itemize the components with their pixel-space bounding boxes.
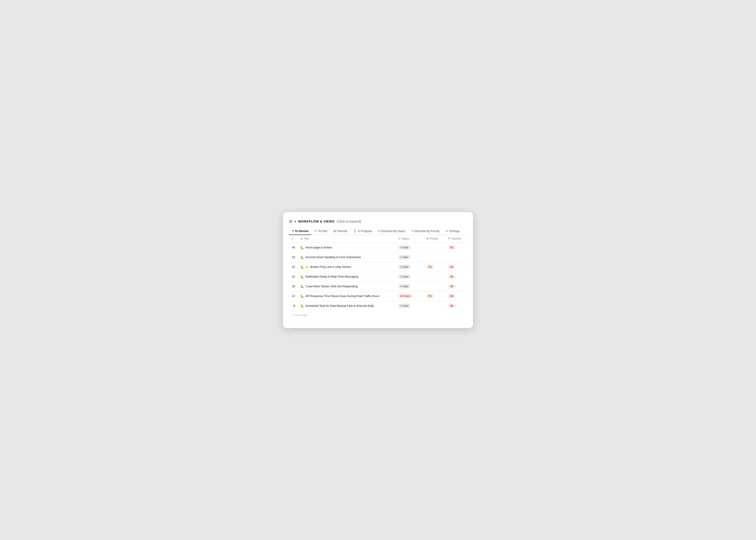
bug-icon: 🐛 <box>300 265 304 269</box>
bug-icon: 🐛 <box>300 275 304 278</box>
tab-planned[interactable]: ⊞ Planned <box>330 228 350 235</box>
status-dot <box>401 266 402 268</box>
status-badge-text: New <box>403 285 408 288</box>
row-severity: S1 <box>445 243 467 252</box>
severity-badge: S1 <box>448 245 455 250</box>
tab-overview-status-label: Overview By Status <box>381 229 405 233</box>
severity-badge: S2 <box>448 294 455 298</box>
row-severity: S2 <box>445 291 467 301</box>
row-severity <box>445 252 467 262</box>
table-row[interactable]: 21🐛Notification Delay in Real-Time Messa… <box>289 272 467 281</box>
row-priority <box>424 281 445 291</box>
tab-all-bugs-label: All Bugs <box>449 229 460 233</box>
status-badge-text: New <box>403 304 408 307</box>
tab-planned-icon: ⊞ <box>333 229 336 233</box>
bug-icon: 🐛 <box>300 294 304 298</box>
expand-arrow-icon: ▾ <box>295 220 296 223</box>
tab-in-progress-label: In Progress <box>358 229 372 233</box>
main-card: ⇄ ▾ WORKFLOW & VIEWS (Click to expand) ?… <box>283 212 473 328</box>
table-row[interactable]: 20🐛"Load More" Button Click Not Respondi… <box>289 281 467 291</box>
status-dot <box>401 295 402 297</box>
table-row[interactable]: 23🐛Incorrect Error Handling in Form Subm… <box>289 252 467 262</box>
tab-all-bugs[interactable]: ≔ All Bugs <box>442 228 463 235</box>
tab-to-plan-icon: ✏ <box>315 229 317 233</box>
tab-to-review-icon: ? <box>292 229 294 233</box>
row-id: 12 <box>289 291 298 301</box>
row-title[interactable]: 🐛Notification Delay in Real-Time Messagi… <box>298 272 396 281</box>
tab-to-review[interactable]: ? To Review <box>289 228 312 235</box>
new-page-plus-icon: + <box>292 313 294 317</box>
new-page-label: New page <box>295 314 308 317</box>
status-dot <box>401 247 402 248</box>
tab-in-progress[interactable]: 🚶 In Progress <box>350 228 375 235</box>
row-status: Failed <box>396 291 424 301</box>
workflow-header: ⇄ ▾ WORKFLOW & VIEWS (Click to expand) <box>289 219 467 224</box>
row-status: New <box>396 252 424 262</box>
workflow-expand-label: (Click to expand) <box>337 219 361 223</box>
row-status: New <box>396 262 424 272</box>
row-severity: S2 <box>445 301 467 311</box>
table-row[interactable]: 22🐛⭐Broken FAQ Link in Help SectionNewP1… <box>289 262 467 272</box>
severity-badge: S2 <box>448 304 455 308</box>
tab-in-progress-icon: 🚶 <box>353 229 357 233</box>
row-title-text: "Load More" Button Click Not Responding <box>306 285 357 288</box>
row-title[interactable]: 🐛Incorrect Error Handling in Form Submis… <box>298 252 396 262</box>
priority-badge: P1 <box>427 294 434 298</box>
col-status: ✳ Status <box>396 235 424 243</box>
row-status: New <box>396 272 424 281</box>
status-badge-text: New <box>403 256 408 259</box>
bug-icon: 🐛 <box>300 255 304 259</box>
status-badge-text: New <box>403 275 408 278</box>
severity-badge: S2 <box>448 265 455 269</box>
status-dot <box>401 276 402 277</box>
star-icon: ⭐ <box>306 265 309 268</box>
row-title[interactable]: 🐛Home page is broken <box>298 243 396 252</box>
tab-overview-priority-label: Overview By Priority <box>414 229 440 233</box>
table-row[interactable]: 6🐛Scheduled Task for Data Backup Fails t… <box>289 301 467 311</box>
row-title[interactable]: 🐛"Load More" Button Click Not Responding <box>298 281 396 291</box>
severity-col-icon: ☂ <box>448 237 450 240</box>
row-status: New <box>396 243 424 252</box>
tab-overview-priority[interactable]: ≡ Overview By Priority <box>409 228 442 235</box>
status-badge-text: New <box>403 246 408 249</box>
row-id: 21 <box>289 272 298 281</box>
status-dot <box>401 286 402 287</box>
col-priority: ⚑ Priority <box>424 235 445 243</box>
row-id: 6 <box>289 301 298 311</box>
tab-overview-priority-icon: ≡ <box>412 229 413 233</box>
row-title-text: Broken FAQ Link in Help Section <box>311 265 351 268</box>
tab-to-plan[interactable]: ✏ To Plan <box>312 228 330 235</box>
bug-icon: 🐛 <box>300 304 304 308</box>
col-title: ⚖ Title <box>298 235 396 243</box>
row-status: New <box>396 301 424 311</box>
table-header-row: # ⚖ Title ✳ Status ⚑ <box>289 235 467 243</box>
table-row[interactable]: 45🐛Home page is brokenNewS1 <box>289 243 467 252</box>
row-title[interactable]: 🐛Scheduled Task for Data Backup Fails to… <box>298 301 396 311</box>
severity-badge: S1 <box>448 284 455 289</box>
row-title-text: Notification Delay in Real-Time Messagin… <box>306 275 358 278</box>
row-title-text: Incorrect Error Handling in Form Submiss… <box>306 255 361 259</box>
row-title[interactable]: 🐛API Response Time Slows Down During Pea… <box>298 291 396 301</box>
row-id: 22 <box>289 262 298 272</box>
priority-col-icon: ⚑ <box>427 237 429 240</box>
tab-overview-status[interactable]: ≡ Overview By Status <box>375 228 409 235</box>
tab-to-review-label: To Review <box>295 229 309 233</box>
row-priority: P1 <box>424 262 445 272</box>
status-col-icon: ✳ <box>398 237 401 240</box>
row-id: 20 <box>289 281 298 291</box>
new-page-button[interactable]: + New page <box>289 311 467 320</box>
row-priority <box>424 243 445 252</box>
workflow-title: WORKFLOW & VIEWS <box>298 219 334 223</box>
row-priority <box>424 301 445 311</box>
status-badge-text: Failed <box>403 295 410 298</box>
tab-planned-label: Planned <box>337 229 347 233</box>
row-title-text: Home page is broken <box>306 246 332 249</box>
table-row[interactable]: 12🐛API Response Time Slows Down During P… <box>289 291 467 301</box>
col-severity: ☂ Severity <box>445 235 467 243</box>
row-title[interactable]: 🐛⭐Broken FAQ Link in Help Section <box>298 262 396 272</box>
row-severity: S2 <box>445 272 467 281</box>
status-badge-text: New <box>403 265 408 268</box>
tab-all-bugs-icon: ≔ <box>445 229 448 233</box>
row-status: New <box>396 281 424 291</box>
row-priority <box>424 272 445 281</box>
